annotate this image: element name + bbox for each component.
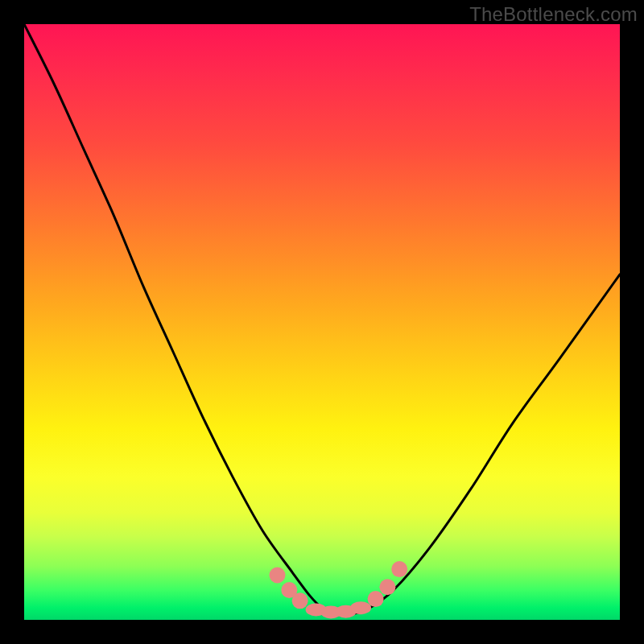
curve-marker: [336, 605, 357, 618]
curve-marker: [270, 568, 286, 584]
curve-marker: [320, 605, 341, 618]
watermark-text: TheBottleneck.com: [469, 3, 638, 26]
curve-marker: [350, 601, 371, 614]
chart-frame: TheBottleneck.com: [0, 0, 644, 644]
curve-marker: [368, 591, 384, 607]
curve-marker: [306, 603, 327, 616]
curve-marker: [379, 579, 395, 595]
curve-layer: [24, 24, 620, 620]
curve-marker: [292, 592, 308, 609]
plot-area: [24, 24, 620, 620]
curve-marker: [391, 561, 407, 577]
bottleneck-curve: [24, 24, 620, 615]
curve-marker: [281, 582, 297, 598]
